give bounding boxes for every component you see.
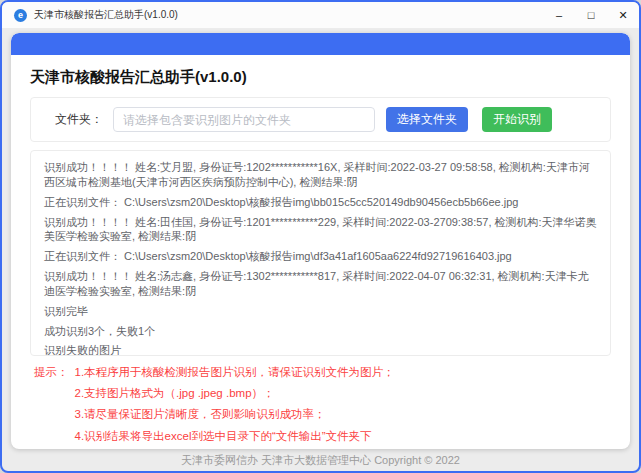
content-area: 天津市核酸报告汇总助手(v1.0.0) 文件夹： 选择文件夹 开始识别 识别成功…	[2, 28, 639, 449]
hint-item: 4.识别结果将导出excel到选中目录下的“文件输出”文件夹下	[75, 429, 395, 443]
log-line: 识别完毕	[44, 304, 597, 319]
app-window: e 天津市核酸报告汇总助手(v1.0.0) – □ ✕ 天津市核酸报告汇总助手(…	[0, 0, 641, 473]
card-accent-bar	[11, 33, 630, 55]
footer: 天津市委网信办 天津市大数据管理中心 Copyright © 2022	[2, 449, 639, 471]
hints-section: 提示： 1.本程序用于核酸检测报告图片识别，请保证识别文件为图片； 2.支持图片…	[11, 356, 630, 450]
hint-item: 1.本程序用于核酸检测报告图片识别，请保证识别文件为图片；	[75, 365, 395, 379]
log-line: 识别成功！！！！ 姓名:田佳国, 身份证号:1201***********229…	[44, 215, 597, 245]
folder-label: 文件夹：	[55, 111, 103, 128]
maximize-button[interactable]: □	[575, 2, 607, 28]
recognition-log[interactable]: 识别成功！！！！ 姓名:艾月盟, 身份证号:1202***********16X…	[30, 150, 611, 356]
window-title: 天津市核酸报告汇总助手(v1.0.0)	[34, 8, 178, 22]
log-line: 正在识别文件： C:\Users\zsm20\Desktop\核酸报告img\b…	[44, 195, 597, 210]
log-line: 正在识别文件： C:\Users\zsm20\Desktop\核酸报告img\d…	[44, 249, 597, 264]
main-card: 天津市核酸报告汇总助手(v1.0.0) 文件夹： 选择文件夹 开始识别 识别成功…	[11, 33, 630, 449]
close-button[interactable]: ✕	[607, 2, 639, 28]
folder-select-panel: 文件夹： 选择文件夹 开始识别	[30, 97, 611, 142]
start-recognition-button[interactable]: 开始识别	[482, 107, 552, 132]
folder-path-input[interactable]	[113, 107, 375, 132]
titlebar: e 天津市核酸报告汇总助手(v1.0.0) – □ ✕	[2, 2, 639, 28]
footer-text: 天津市委网信办 天津市大数据管理中心 Copyright © 2022	[181, 453, 460, 468]
app-icon: e	[14, 9, 27, 22]
hints-label: 提示：	[34, 365, 69, 444]
hints-list: 1.本程序用于核酸检测报告图片识别，请保证识别文件为图片； 2.支持图片格式为（…	[75, 365, 395, 444]
hint-item: 3.请尽量保证图片清晰度，否则影响识别成功率；	[75, 407, 395, 421]
minimize-button[interactable]: –	[543, 2, 575, 28]
window-controls: – □ ✕	[543, 2, 639, 28]
log-line: 识别成功！！！！ 姓名:汤志鑫, 身份证号:1302***********817…	[44, 269, 597, 299]
log-line: 成功识别3个，失败1个	[44, 324, 597, 339]
hint-item: 2.支持图片格式为（.jpg .jpeg .bmp）；	[75, 386, 395, 400]
log-line: 识别失败的图片	[44, 343, 597, 355]
select-folder-button[interactable]: 选择文件夹	[386, 107, 468, 132]
page-title: 天津市核酸报告汇总助手(v1.0.0)	[11, 55, 630, 97]
log-line: 识别成功！！！！ 姓名:艾月盟, 身份证号:1202***********16X…	[44, 160, 597, 190]
